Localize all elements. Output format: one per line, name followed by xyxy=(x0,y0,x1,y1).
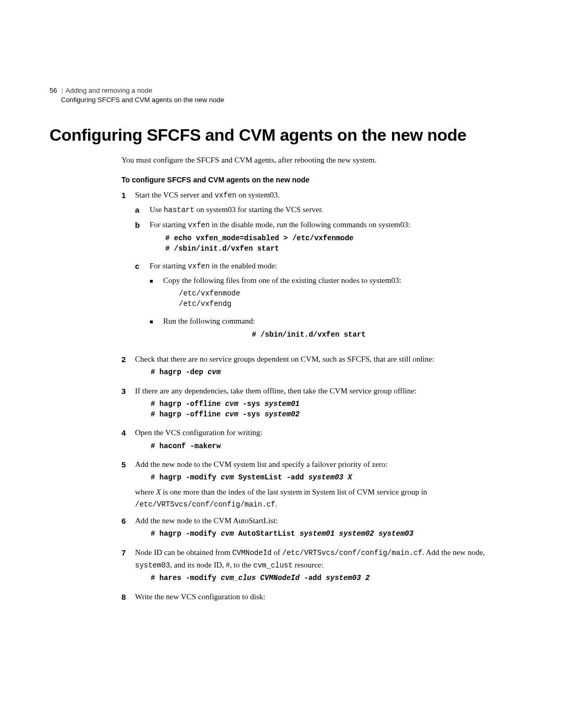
bullet-icon: ■ xyxy=(150,315,163,343)
procedure-heading: To configure SFCFS and CVM agents on the… xyxy=(121,176,503,184)
bullet-text: Copy the following files from one of the… xyxy=(163,276,401,285)
step-text: Add the new node to the CVM system list … xyxy=(135,460,387,468)
command-block: # echo vxfen_mode=disabled > /etc/vxfenm… xyxy=(165,233,503,254)
inline-code: CVMNodeId xyxy=(232,549,272,557)
inline-code: cvm_clust xyxy=(253,561,293,570)
substep-text: in the disable mode, run the following c… xyxy=(210,220,410,229)
step-2: 2 Check that there are no service groups… xyxy=(121,353,503,381)
substep-letter: b xyxy=(135,219,150,257)
step-6: 6 Add the new node to the CVM AutoStartL… xyxy=(121,515,503,542)
step-text: resource: xyxy=(292,561,323,569)
step-number: 6 xyxy=(121,515,135,542)
step-text: , and its node ID, #, to the xyxy=(170,561,253,569)
substep-a: a Use hastart on system03 for starting t… xyxy=(135,204,503,216)
file-list: /etc/vxfenmode /etc/vxfendg xyxy=(179,289,503,309)
step-text: Open the VCS configuration for writing: xyxy=(135,428,262,437)
bullet-text: Run the following command: xyxy=(163,317,255,325)
step-text: is one more than the index of the last s… xyxy=(161,488,427,496)
page-number: 56 xyxy=(50,86,57,95)
substep-text: For starting xyxy=(150,262,188,270)
step-5: 5 Add the new node to the CVM system lis… xyxy=(121,459,503,511)
substep-letter: c xyxy=(135,260,150,346)
step-text: . xyxy=(275,500,277,508)
substep-text: Use xyxy=(150,205,164,214)
substep-list: a Use hastart on system03 for starting t… xyxy=(135,204,503,347)
step-number: 8 xyxy=(121,591,135,603)
step-text: on system03. xyxy=(237,191,280,199)
inline-code: system03 xyxy=(135,561,170,570)
step-text: Write the new VCS configuration to disk: xyxy=(135,593,265,601)
step-text: Check that there are no service groups d… xyxy=(135,355,434,363)
bullet-item: ■ Copy the following files from one of t… xyxy=(150,275,503,312)
intro-paragraph: You must configure the SFCFS and CVM age… xyxy=(121,154,503,166)
step-text: . Add the new node, xyxy=(422,548,485,557)
substep-text: For starting xyxy=(150,220,188,229)
substep-text: in the enabled mode: xyxy=(210,262,277,270)
step-3: 3 If there are any dependencies, take th… xyxy=(121,385,503,423)
command-block: # hagrp -offline cvm -sys system01 # hag… xyxy=(151,399,503,419)
step-number: 1 xyxy=(121,189,135,349)
step-number: 4 xyxy=(121,427,135,454)
procedure-list: 1 Start the VCS server and vxfen on syst… xyxy=(121,189,503,603)
step-7: 7 Node ID can be obtained from CVMNodeId… xyxy=(121,547,503,587)
bullet-list: ■ Copy the following files from one of t… xyxy=(150,275,503,343)
inline-code: hastart xyxy=(164,206,194,214)
step-number: 5 xyxy=(121,459,135,511)
page-title: Configuring SFCFS and CVM agents on the … xyxy=(50,126,503,145)
bullet-item: ■ Run the following command: # /sbin/ini… xyxy=(150,315,503,343)
substep-b: b For starting vxfen in the disable mode… xyxy=(135,219,503,257)
step-text: Node ID can be obtained from xyxy=(135,548,232,557)
substep-c: c For starting vxfen in the enabled mode… xyxy=(135,260,503,346)
step-text: Start the VCS server and xyxy=(135,191,215,199)
command-block: # hagrp -dep cvm xyxy=(151,367,503,378)
step-number: 2 xyxy=(121,353,135,381)
inline-code: vxfen xyxy=(188,262,210,270)
command-block: # haconf -makerw xyxy=(151,441,503,452)
breadcrumb-section: Configuring SFCFS and CVM agents on the … xyxy=(61,96,224,104)
step-text: Add the new node to the CVM AutoStartLis… xyxy=(135,516,278,525)
step-number: 7 xyxy=(121,547,135,587)
inline-code: vxfen xyxy=(188,221,210,229)
document-page: 56| Adding and removing a node Configuri… xyxy=(0,0,563,649)
variable: X xyxy=(156,488,161,496)
step-text: If there are any dependencies, take them… xyxy=(135,387,417,395)
inline-code: vxfen xyxy=(215,191,237,200)
substep-text: on system03 for starting the VCS server. xyxy=(194,205,323,214)
step-number: 3 xyxy=(121,385,135,423)
command-block: # hagrp -modify cvm AutoStartList system… xyxy=(151,529,503,539)
step-1: 1 Start the VCS server and vxfen on syst… xyxy=(121,189,503,349)
step-8: 8 Write the new VCS configuration to dis… xyxy=(121,591,503,603)
command-block: # hagrp -modify cvm SystemList -add syst… xyxy=(151,473,503,483)
step-4: 4 Open the VCS configuration for writing… xyxy=(121,427,503,454)
command-block: # hares -modify cvm_clus CVMNodeId -add … xyxy=(151,573,503,584)
substep-letter: a xyxy=(135,204,150,216)
step-text: where xyxy=(135,488,156,496)
breadcrumb-chapter: Adding and removing a node xyxy=(66,87,152,94)
inline-path: /etc/VRTSvcs/conf/config/main.cf xyxy=(282,549,422,557)
step-text: of xyxy=(272,548,282,557)
command-block: # /sbin/init.d/vxfen start xyxy=(252,330,503,340)
bullet-icon: ■ xyxy=(150,275,163,312)
inline-path: /etc/VRTSvcs/conf/config/main.cf xyxy=(135,500,275,509)
header-divider: | xyxy=(61,87,63,94)
page-header: 56| Adding and removing a node Configuri… xyxy=(50,86,503,105)
